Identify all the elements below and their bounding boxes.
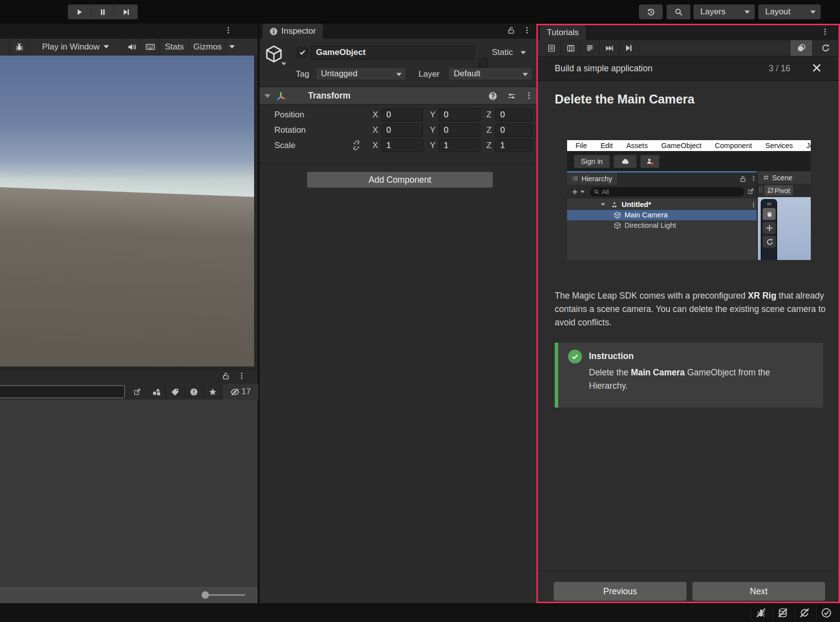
menu-component: Component xyxy=(715,142,752,150)
position-y-field[interactable]: 0 xyxy=(439,108,480,121)
cache-server-status-button[interactable] xyxy=(773,605,792,620)
tab-inspector[interactable]: Inspector xyxy=(262,24,323,39)
inspector-tabstrip: Inspector xyxy=(260,24,536,39)
favorites-button[interactable] xyxy=(203,384,222,400)
filter-by-type-button[interactable] xyxy=(147,384,165,400)
scale-row: Scale X 1 Y 1 Z 1 xyxy=(260,139,536,152)
reload-tutorial-button[interactable] xyxy=(813,40,838,56)
gameobject-icon-button[interactable] xyxy=(264,45,283,63)
warnings-button[interactable] xyxy=(184,384,203,400)
subpanel-content[interactable] xyxy=(0,400,258,587)
eye-hidden-icon xyxy=(230,387,240,397)
tutorial-list-button[interactable] xyxy=(542,40,561,56)
scale-label: Scale xyxy=(274,141,296,151)
panel-menu-button[interactable] xyxy=(224,26,232,34)
rotation-x-field[interactable]: 0 xyxy=(381,124,423,137)
auto-refresh-status-button[interactable] xyxy=(794,605,814,620)
play-in-window-label: Play in Window xyxy=(42,42,100,52)
next-step-button[interactable] xyxy=(619,40,638,56)
menu-jobs: Job xyxy=(806,142,811,150)
previous-button[interactable]: Previous xyxy=(554,582,686,601)
close-tutorial-button[interactable] xyxy=(811,62,822,73)
active-checkbox[interactable] xyxy=(297,47,308,57)
cube-icon xyxy=(614,211,621,219)
chevron-down-icon xyxy=(744,10,750,14)
axis-x-label: X xyxy=(372,141,378,151)
layers-label: Layers xyxy=(700,7,726,17)
layers-dropdown[interactable]: Layers xyxy=(693,4,755,19)
search-button[interactable] xyxy=(667,4,690,19)
unlink-scale-icon[interactable] xyxy=(352,141,361,150)
main-toolbar: Layers Layout xyxy=(0,0,840,24)
search-icon xyxy=(675,8,683,16)
help-icon[interactable] xyxy=(488,92,497,101)
unity-scene-icon xyxy=(611,201,618,208)
scale-z-field[interactable]: 1 xyxy=(495,139,532,152)
move-tool xyxy=(763,222,776,234)
tutorials-tabstrip: Tutorials xyxy=(538,25,839,40)
history-icon xyxy=(647,8,655,16)
debugger-status-button[interactable] xyxy=(751,605,771,620)
picker-button[interactable] xyxy=(128,384,146,400)
add-component-button[interactable]: Add Component xyxy=(307,172,493,188)
layout-dropdown[interactable]: Layout xyxy=(758,4,821,19)
undo-history-button[interactable] xyxy=(639,4,663,19)
display-mode-dropdown[interactable]: Play in Window xyxy=(29,39,122,55)
game-render-viewport[interactable] xyxy=(0,55,254,366)
screenshot-scene-row: Untitled* xyxy=(567,200,757,210)
position-z-field[interactable]: 0 xyxy=(495,108,532,121)
static-checkbox[interactable] xyxy=(478,58,488,67)
tag-dropdown[interactable]: Untagged xyxy=(315,67,406,80)
mask-highlight-button[interactable] xyxy=(790,40,813,56)
static-dropdown-icon[interactable] xyxy=(521,51,526,54)
panel-menu-button[interactable] xyxy=(523,26,531,34)
rotation-y-field[interactable]: 0 xyxy=(439,124,480,137)
filter-by-label-button[interactable] xyxy=(165,384,184,400)
play-button[interactable] xyxy=(68,4,91,19)
debug-button[interactable] xyxy=(9,39,29,55)
menu-services: Services xyxy=(765,142,793,150)
gizmos-dropdown[interactable] xyxy=(226,39,238,55)
pause-button[interactable] xyxy=(91,4,114,19)
panel-menu-button[interactable] xyxy=(238,372,246,380)
kebab-menu-icon[interactable] xyxy=(525,92,533,100)
mute-audio-button[interactable] xyxy=(122,39,141,55)
stats-button[interactable]: Stats xyxy=(159,39,189,55)
lock-button[interactable] xyxy=(222,372,230,380)
gameobject-name-field[interactable]: GameObject xyxy=(311,46,474,59)
gizmos-button[interactable]: Gizmos xyxy=(190,39,225,55)
progress-status-button[interactable] xyxy=(816,605,836,620)
foldout-open-icon xyxy=(601,203,605,206)
search-field[interactable] xyxy=(0,385,125,398)
scale-x-field[interactable]: 1 xyxy=(381,139,423,152)
tutorials-tab-label: Tutorials xyxy=(547,28,579,38)
tutorial-text-button[interactable] xyxy=(580,40,600,56)
input-button[interactable] xyxy=(141,39,159,55)
skip-to-end-button[interactable] xyxy=(600,40,619,56)
step-button[interactable] xyxy=(114,4,138,19)
cloud-icon xyxy=(621,157,630,166)
chevron-down-icon xyxy=(229,45,235,49)
tab-tutorials[interactable]: Tutorials xyxy=(540,25,586,40)
instruction-title: Instruction xyxy=(589,351,633,362)
transform-header[interactable]: Transform xyxy=(260,87,536,104)
unity-editor-window: Layers Layout Play in Window Stats xyxy=(0,0,840,622)
contrast-icon xyxy=(797,44,806,52)
layer-dropdown[interactable]: Default xyxy=(448,67,532,80)
rotation-z-field[interactable]: 0 xyxy=(495,124,532,137)
kebab-menu-icon xyxy=(238,372,246,380)
lock-button[interactable] xyxy=(507,26,515,34)
scale-y-field[interactable]: 1 xyxy=(439,139,480,152)
zoom-slider-track[interactable] xyxy=(208,594,245,596)
foldout-open-icon[interactable] xyxy=(264,94,270,98)
step-description: The Magic Leap SDK comes with a preconfi… xyxy=(555,289,826,329)
screenshot-main-camera-row: Main Camera xyxy=(567,210,757,220)
axis-z-label: Z xyxy=(486,141,491,151)
next-button[interactable]: Next xyxy=(692,582,825,601)
tutorial-columns-button[interactable] xyxy=(561,40,580,56)
hidden-objects-button[interactable]: 17 xyxy=(222,384,259,400)
position-x-field[interactable]: 0 xyxy=(381,108,423,121)
presets-icon[interactable] xyxy=(507,92,516,101)
panel-menu-button[interactable] xyxy=(821,28,829,36)
collab-error-icon xyxy=(646,157,654,166)
